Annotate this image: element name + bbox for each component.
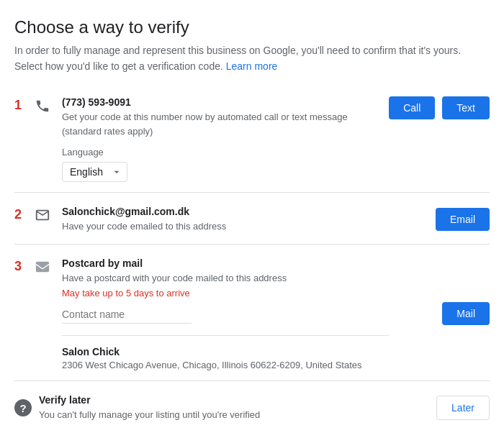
- option-number-3: 3: [14, 259, 30, 274]
- email-actions: Email: [403, 208, 490, 231]
- mail-option-section: 3 Postcard by mail Have a postcard with …: [14, 245, 490, 382]
- email-option-section: 2 Salonchick@gmail.com.dk Have your code…: [14, 193, 490, 245]
- mail-title: Postcard by mail: [62, 257, 389, 269]
- verify-later-section: ? Verify later You can't fully manage yo…: [14, 381, 490, 432]
- call-button[interactable]: Call: [389, 96, 435, 119]
- phone-number: (773) 593-9091: [62, 96, 377, 108]
- language-select[interactable]: English Spanish French: [62, 162, 127, 182]
- email-option-row: 2 Salonchick@gmail.com.dk Have your code…: [14, 193, 490, 244]
- option-number-2: 2: [14, 207, 30, 222]
- language-label: Language: [62, 147, 377, 158]
- phone-icon: [35, 98, 55, 117]
- mail-envelope-icon: [35, 259, 55, 278]
- option-number-1: 1: [14, 98, 30, 113]
- mail-warning: May take up to 5 days to arrive: [62, 288, 389, 298]
- mail-description: Have a postcard with your code mailed to…: [62, 271, 389, 286]
- address-line: 2306 West Chicago Avenue, Chicago, Illin…: [62, 360, 389, 370]
- select-method-text: Select how you'd like to get a verificat…: [14, 60, 490, 72]
- verify-later-title: Verify later: [39, 394, 389, 406]
- question-icon: ?: [14, 399, 32, 416]
- phone-content: (773) 593-9091 Get your code at this num…: [62, 96, 377, 182]
- verify-later-content: Verify later You can't fully manage your…: [39, 394, 389, 422]
- address-name: Salon Chick: [62, 346, 389, 357]
- phone-option-section: 1 (773) 593-9091 Get your code at this n…: [14, 85, 490, 193]
- subtitle-text: In order to fully manage and represent t…: [14, 45, 490, 56]
- email-address: Salonchick@gmail.com.dk: [62, 206, 389, 217]
- verify-later-actions: Later: [403, 396, 490, 420]
- later-button[interactable]: Later: [436, 396, 490, 420]
- mail-actions: Mail: [403, 302, 490, 325]
- text-button[interactable]: Text: [442, 96, 490, 119]
- phone-description: Get your code at this number now by auto…: [62, 110, 377, 138]
- email-content: Salonchick@gmail.com.dk Have your code e…: [62, 206, 389, 234]
- learn-more-link[interactable]: Learn more: [226, 60, 278, 72]
- at-icon: [35, 207, 55, 227]
- mail-button[interactable]: Mail: [442, 302, 490, 325]
- address-block: Salon Chick 2306 West Chicago Avenue, Ch…: [62, 335, 389, 370]
- contact-name-input[interactable]: [62, 306, 192, 324]
- page-title: Choose a way to verify: [14, 17, 490, 37]
- mail-option-row: 3 Postcard by mail Have a postcard with …: [14, 245, 490, 381]
- email-description: Have your code emailed to this address: [62, 219, 389, 234]
- svg-rect-0: [36, 261, 49, 272]
- phone-actions: Call Text: [389, 96, 490, 119]
- mail-content: Postcard by mail Have a postcard with yo…: [62, 257, 389, 371]
- email-button[interactable]: Email: [436, 208, 490, 231]
- verify-later-description: You can't fully manage your listing unti…: [39, 408, 389, 422]
